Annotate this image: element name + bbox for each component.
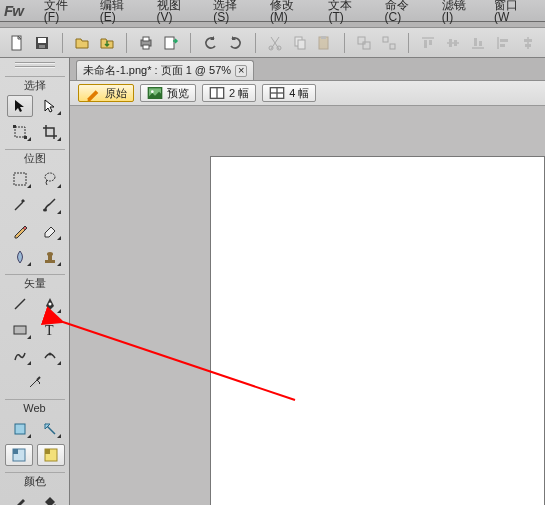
toolbar-sep <box>126 33 127 53</box>
view-mode-label: 预览 <box>167 88 189 99</box>
menu-text[interactable]: 文本(T) <box>319 0 375 23</box>
menu-window[interactable]: 窗口(W <box>485 0 541 23</box>
menu-edit[interactable]: 编辑(E) <box>91 0 148 23</box>
marquee-tool[interactable] <box>7 168 33 190</box>
svg-rect-29 <box>500 44 505 47</box>
freeform-tool[interactable] <box>7 345 33 367</box>
menu-modify[interactable]: 修改(M) <box>261 0 320 23</box>
view-2up-button[interactable]: 2 幅 <box>202 84 256 102</box>
view-original-button[interactable]: 原始 <box>78 84 134 102</box>
svg-rect-11 <box>298 40 305 49</box>
svg-rect-26 <box>479 41 482 46</box>
svg-rect-51 <box>45 449 50 454</box>
pen-tool[interactable] <box>37 293 63 315</box>
export-button[interactable] <box>162 32 181 54</box>
eraser-tool[interactable] <box>37 220 63 242</box>
undo-button[interactable] <box>201 32 220 54</box>
document-area: 未命名-1.png* : 页面 1 @ 57% × 原始 预览 2 幅 4 幅 <box>70 58 545 505</box>
subselect-tool[interactable] <box>37 95 63 117</box>
svg-rect-7 <box>165 37 174 49</box>
view-preview-button[interactable]: 预览 <box>140 84 196 102</box>
open-button[interactable] <box>72 32 91 54</box>
menu-view[interactable]: 视图(V) <box>148 0 205 23</box>
section-select: 选择 <box>5 76 65 91</box>
align-top-button[interactable] <box>419 32 438 54</box>
import-button[interactable] <box>97 32 116 54</box>
svg-rect-3 <box>39 45 45 48</box>
group-button[interactable] <box>355 32 374 54</box>
line-tool[interactable] <box>7 293 33 315</box>
four-panes-icon <box>269 85 285 101</box>
svg-rect-25 <box>474 38 477 46</box>
document-tab[interactable]: 未命名-1.png* : 页面 1 @ 57% × <box>76 60 254 80</box>
svg-rect-14 <box>358 37 365 44</box>
view-mode-label: 2 幅 <box>229 88 249 99</box>
view-4up-button[interactable]: 4 幅 <box>262 84 316 102</box>
show-slices-button[interactable] <box>37 444 65 466</box>
crop-tool[interactable] <box>37 121 63 143</box>
svg-rect-32 <box>525 44 531 47</box>
toolbar-sep <box>255 33 256 53</box>
svg-rect-36 <box>14 173 26 185</box>
pencil-tool[interactable] <box>7 220 33 242</box>
hotspot-tool[interactable] <box>7 418 33 440</box>
section-vector: 矢量 <box>5 274 65 289</box>
save-button[interactable] <box>33 32 52 54</box>
new-file-button[interactable] <box>8 32 27 54</box>
canvas-viewport[interactable] <box>70 106 545 505</box>
view-mode-label: 原始 <box>105 88 127 99</box>
menu-select[interactable]: 选择(S) <box>204 0 261 23</box>
app-logo: Fw <box>4 3 23 18</box>
svg-rect-34 <box>13 125 16 128</box>
knife-tool[interactable] <box>22 371 48 393</box>
svg-rect-20 <box>429 40 432 45</box>
menu-file[interactable]: 文件(F) <box>35 0 91 23</box>
canvas[interactable] <box>210 156 545 505</box>
stroke-color-tool[interactable] <box>7 491 33 505</box>
hide-slices-button[interactable] <box>5 444 33 466</box>
rectangle-tool[interactable] <box>7 319 33 341</box>
scale-tool[interactable] <box>7 121 33 143</box>
menu-filter[interactable]: 滤镜(I) <box>433 0 485 23</box>
svg-rect-2 <box>38 38 46 43</box>
reshape-tool[interactable] <box>37 345 63 367</box>
align-left-button[interactable] <box>493 32 512 54</box>
tab-close-button[interactable]: × <box>235 65 247 77</box>
svg-rect-49 <box>13 449 18 454</box>
panel-grip[interactable] <box>5 62 65 68</box>
toolbar-sep <box>62 33 63 53</box>
svg-rect-39 <box>45 260 55 263</box>
toolbar-sep <box>408 33 409 53</box>
slice-tool[interactable] <box>37 418 63 440</box>
cut-button[interactable] <box>266 32 285 54</box>
redo-button[interactable] <box>226 32 245 54</box>
brush-tool[interactable] <box>37 194 63 216</box>
two-panes-icon <box>209 85 225 101</box>
paste-button[interactable] <box>315 32 334 54</box>
align-bottom-button[interactable] <box>469 32 488 54</box>
svg-line-42 <box>15 299 25 309</box>
menu-command[interactable]: 命令(C) <box>376 0 433 23</box>
svg-point-38 <box>43 209 47 212</box>
fill-color-tool[interactable] <box>37 491 63 505</box>
section-colors: 颜色 <box>5 472 65 487</box>
lasso-tool[interactable] <box>37 168 63 190</box>
ungroup-button[interactable] <box>379 32 398 54</box>
blur-tool[interactable] <box>7 246 33 268</box>
svg-rect-33 <box>15 127 25 137</box>
svg-rect-5 <box>143 37 149 41</box>
svg-rect-31 <box>524 39 532 42</box>
magic-wand-tool[interactable] <box>7 194 33 216</box>
rubber-stamp-tool[interactable] <box>37 246 63 268</box>
text-tool[interactable]: T <box>37 319 63 341</box>
align-vcenter-button[interactable] <box>444 32 463 54</box>
pointer-tool[interactable] <box>7 95 33 117</box>
copy-button[interactable] <box>290 32 309 54</box>
print-button[interactable] <box>137 32 156 54</box>
pencil-icon <box>85 85 101 101</box>
svg-point-37 <box>45 173 55 181</box>
svg-rect-19 <box>424 40 427 48</box>
svg-text:T: T <box>45 323 54 338</box>
align-hcenter-button[interactable] <box>518 32 537 54</box>
tab-title: 未命名-1.png* : 页面 1 @ 57% <box>83 65 231 76</box>
